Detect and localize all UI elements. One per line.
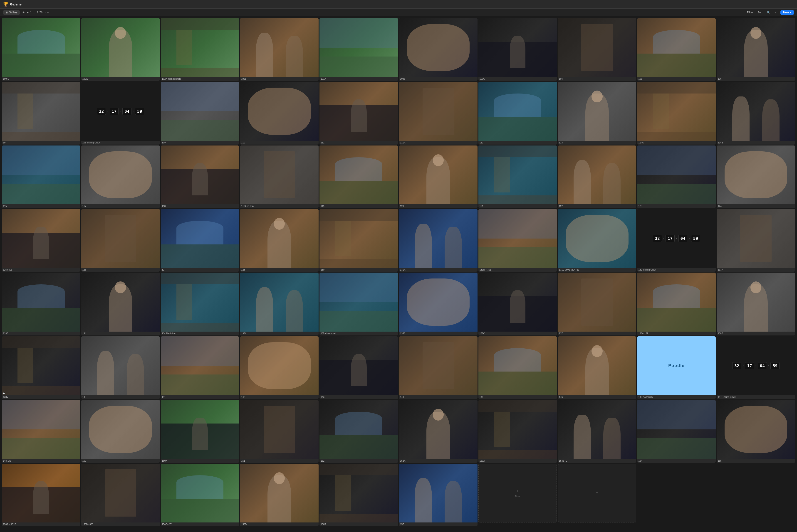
gallery-item[interactable]: 111 [319, 82, 398, 144]
gallery-item[interactable]: 134 [81, 272, 160, 335]
gallery-item[interactable]: 107 [2, 82, 80, 144]
gallery-item[interactable]: + New [478, 464, 557, 522]
gallery-item[interactable]: 103A [319, 18, 398, 81]
gallery-item[interactable]: 135B [399, 272, 478, 335]
gallery-item[interactable]: 135C [478, 272, 557, 335]
gallery-item[interactable]: 118 [161, 146, 239, 208]
gallery-item[interactable]: 156B s303 [81, 464, 160, 526]
item-label: 123 [637, 204, 716, 208]
thumbnail [161, 464, 239, 522]
gallery-item[interactable]: 102A nachgeliefert [161, 18, 239, 81]
gallery-item[interactable]: 131A [399, 209, 478, 272]
gallery-item[interactable]: 120 [399, 146, 478, 208]
gallery-item[interactable]: 114A [637, 82, 716, 144]
gallery-item[interactable]: 140 [81, 336, 160, 399]
gallery-item[interactable]: 105 [637, 18, 716, 81]
gallery-item[interactable]: 103B [399, 18, 478, 81]
gallery-item[interactable]: 141 [161, 336, 239, 399]
gallery-item[interactable]: 131B = 301 [478, 209, 557, 272]
gallery-item[interactable]: 157 [399, 464, 478, 526]
gallery-item[interactable]: 122 [558, 146, 636, 208]
filter-button[interactable]: Filter [746, 10, 755, 15]
gallery-item[interactable]: 111A [399, 82, 478, 144]
gallery-item[interactable]: 135A [240, 272, 319, 335]
gallery-item[interactable]: 32 · 17 · 04 · 59 132 Ticking Clock [637, 209, 716, 272]
gallery-item[interactable]: 114B [717, 82, 795, 144]
gallery-item[interactable]: 153B+C [558, 400, 636, 462]
sort-button[interactable]: Sort [756, 10, 764, 15]
thumbnail [161, 209, 239, 268]
gallery-item[interactable]: 153A [478, 400, 557, 462]
thumbnail [558, 209, 636, 268]
gallery-item[interactable]: 156A = 131B [2, 464, 80, 526]
gallery-item[interactable]: 125 s603 [2, 209, 80, 272]
gallery-item[interactable]: 117 [81, 146, 160, 208]
add-tab-button[interactable]: + [22, 11, 25, 15]
gallery-item[interactable]: 103C [478, 18, 557, 81]
gallery-item[interactable]: 119 [319, 146, 398, 208]
gallery-item[interactable]: 138A-139 [637, 272, 716, 335]
thumbnail [637, 272, 716, 331]
new-button[interactable]: New ▾ [780, 10, 794, 15]
thumbnail [161, 400, 239, 459]
gallery-item[interactable]: 32 · 17 · 04 · 59 147 Ticking Clock [717, 336, 795, 399]
thumbnail [161, 146, 239, 204]
gallery-item[interactable]: 109 [161, 82, 239, 144]
item-label: 124 [717, 204, 795, 208]
gallery-item[interactable]: 100-E [2, 18, 80, 81]
gallery-item[interactable]: 106 [717, 18, 795, 81]
gallery-item[interactable]: 113 [558, 82, 636, 144]
gallery-item[interactable]: 118A +119A [240, 146, 319, 208]
gallery-item[interactable]: 127 [161, 209, 239, 272]
gallery-item[interactable]: + [558, 464, 636, 522]
gallery-item[interactable]: 128 [240, 209, 319, 272]
gallery-item[interactable]: 133B [2, 272, 80, 335]
gallery-item[interactable]: 148-149 [2, 400, 80, 462]
gallery-item[interactable]: 152 [319, 400, 398, 462]
gallery-item[interactable]: 130 [319, 209, 398, 272]
gallery-item[interactable]: 142 [240, 336, 319, 399]
gallery-item[interactable]: 121 [478, 146, 557, 208]
gallery-item[interactable]: 102B [240, 18, 319, 81]
item-label: 133A [717, 268, 795, 272]
gallery-item[interactable]: 104 [558, 18, 636, 81]
gallery-item[interactable]: 152A [399, 400, 478, 462]
page-plus[interactable]: + [47, 11, 49, 14]
search-button[interactable]: 🔍 [766, 10, 772, 15]
gallery-item[interactable]: 150A [161, 400, 239, 462]
gallery-item[interactable]: 156D [240, 464, 319, 526]
gallery-item[interactable]: 151 [240, 400, 319, 462]
gallery-item[interactable]: Poodle 146 Nachdreh [637, 336, 716, 399]
item-label: 156B s303 [81, 522, 160, 526]
gallery-item[interactable]: 154 [637, 400, 716, 462]
gallery-item[interactable]: 115 [2, 146, 80, 208]
gallery-item[interactable]: 137 [558, 272, 636, 335]
gallery-item[interactable]: 150 [81, 400, 160, 462]
gallery-item[interactable]: 143 [319, 336, 398, 399]
more-button[interactable]: ··· [774, 10, 779, 15]
gallery-item[interactable]: 💬1 138V [2, 336, 80, 399]
gallery-item[interactable]: 131C s601 s604=117 [558, 209, 636, 272]
gallery-item[interactable]: 112 [478, 82, 557, 144]
gallery-item[interactable]: 134 Nachdreh [161, 272, 239, 335]
gallery-item[interactable]: 123 [637, 146, 716, 208]
gallery-item[interactable]: 126 [81, 209, 160, 272]
gallery-item[interactable]: 133A [717, 209, 795, 272]
gallery-item[interactable]: 124 [717, 146, 795, 208]
page-count[interactable]: 76 [39, 11, 42, 14]
item-label: 152A [399, 459, 478, 463]
gallery-item[interactable]: 146 [558, 336, 636, 399]
gallery-item[interactable]: 102A [81, 18, 160, 81]
gallery-item[interactable]: 144 [399, 336, 478, 399]
gallery-tab[interactable]: ⊞ Gallery [3, 10, 20, 15]
gallery-item[interactable]: 145 [478, 336, 557, 399]
gallery-item[interactable]: 110 [240, 82, 319, 144]
gallery-item[interactable]: 156C=201 [161, 464, 239, 526]
gallery-item[interactable]: 32 · 17 · 04 · 59 108 Ticking Clock [81, 82, 160, 144]
gallery-item[interactable]: 156E [319, 464, 398, 526]
gallery-item[interactable]: 155 [717, 400, 795, 462]
gallery-item[interactable]: 138B [717, 272, 795, 335]
thumbnail [717, 272, 795, 331]
gallery-item[interactable]: 135A Nachdreh [319, 272, 398, 335]
thumbnail: 32 · 17 · 04 · 59 [81, 82, 160, 140]
